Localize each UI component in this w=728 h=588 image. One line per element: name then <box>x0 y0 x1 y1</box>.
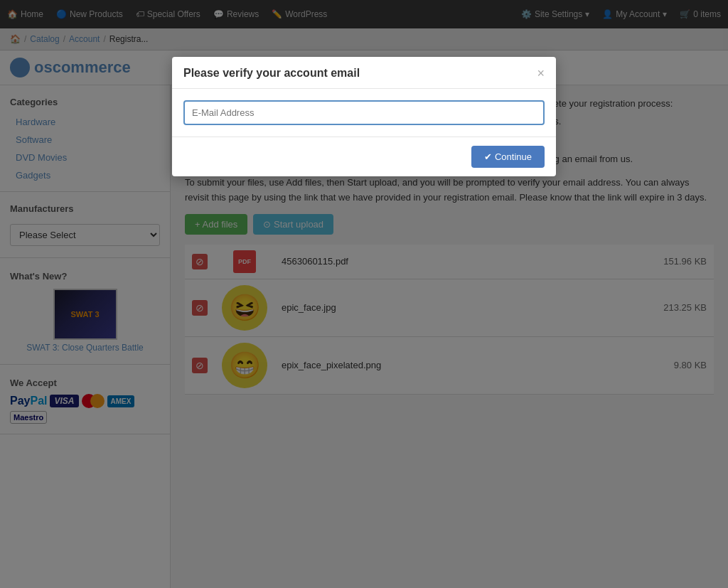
modal-overlay: Please verify your account email × ✔ Con… <box>0 0 728 588</box>
continue-button[interactable]: ✔ Continue <box>471 146 545 168</box>
email-verify-modal: Please verify your account email × ✔ Con… <box>172 57 556 176</box>
modal-title: Please verify your account email <box>183 67 360 80</box>
modal-close-button[interactable]: × <box>537 67 545 80</box>
email-input[interactable] <box>183 100 545 125</box>
modal-footer: ✔ Continue <box>172 137 556 176</box>
modal-header: Please verify your account email × <box>172 57 556 89</box>
modal-body <box>172 89 556 137</box>
